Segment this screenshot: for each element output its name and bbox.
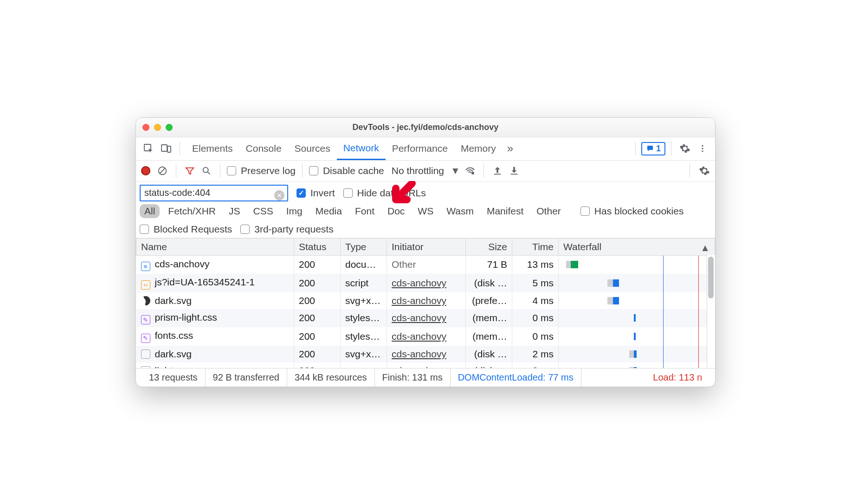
cell-name: ‹›js?id=UA-165345241-1 <box>136 274 294 292</box>
col-size[interactable]: Size <box>466 238 512 255</box>
divider <box>176 164 176 178</box>
filter-type-css[interactable]: CSS <box>249 204 278 218</box>
cell-size: (disk … <box>466 362 512 368</box>
status-requests: 13 requests <box>142 368 206 387</box>
col-time[interactable]: Time <box>512 238 559 255</box>
cell-initiator[interactable]: cds-anchovy <box>387 309 466 328</box>
blocked-requests-label: Blocked Requests <box>154 224 232 235</box>
device-toolbar-icon[interactable] <box>158 141 174 156</box>
cell-status: 200 <box>294 255 341 274</box>
cell-name: dark.svg <box>136 292 294 309</box>
filter-type-media[interactable]: Media <box>311 204 347 218</box>
cell-initiator[interactable]: cds-anchovy <box>387 274 466 292</box>
cell-time: 2 ms <box>512 362 559 368</box>
filter-row-3: Blocked Requests 3rd-party requests <box>136 221 715 238</box>
more-panels[interactable]: » <box>504 137 516 160</box>
cell-type: svg+x… <box>341 292 387 309</box>
blocked-requests-checkbox[interactable]: Blocked Requests <box>140 224 232 235</box>
col-status[interactable]: Status <box>294 238 341 255</box>
col-initiator[interactable]: Initiator <box>387 238 466 255</box>
clear-button[interactable] <box>155 164 169 178</box>
filter-type-img[interactable]: Img <box>282 204 307 218</box>
third-party-label: 3rd-party requests <box>254 224 333 235</box>
col-waterfall[interactable]: Waterfall ▲ <box>559 238 715 255</box>
filter-type-wasm[interactable]: Wasm <box>442 204 478 218</box>
filter-type-fetchxhr[interactable]: Fetch/XHR <box>163 204 220 218</box>
table-row[interactable]: light.svg 200 svg+x… cds-anchovy (disk …… <box>136 362 715 368</box>
settings-icon[interactable] <box>677 141 693 156</box>
cell-size: (prefe… <box>466 292 512 309</box>
tab-memory[interactable]: Memory <box>454 137 503 160</box>
clear-filter-icon[interactable]: ✕ <box>274 190 284 200</box>
divider <box>690 164 690 178</box>
third-party-checkbox[interactable]: 3rd-party requests <box>240 224 333 235</box>
document-icon: ≡ <box>141 262 150 271</box>
issues-badge[interactable]: 1 <box>641 142 665 155</box>
cell-waterfall <box>559 327 715 346</box>
filter-input[interactable] <box>140 185 288 201</box>
table-row[interactable]: ≡cds-anchovy 200 docu… Other 71 B 13 ms <box>136 255 715 274</box>
cell-type: docu… <box>341 255 387 274</box>
record-button[interactable] <box>139 164 153 178</box>
cell-size: (mem… <box>466 309 512 328</box>
filter-type-other[interactable]: Other <box>532 204 566 218</box>
cell-initiator[interactable]: cds-anchovy <box>387 292 466 309</box>
cell-waterfall <box>559 274 715 292</box>
has-blocked-cookies-checkbox[interactable]: Has blocked cookies <box>580 206 684 217</box>
table-row[interactable]: ✎fonts.css 200 styles… cds-anchovy (mem…… <box>136 327 715 346</box>
filter-type-manifest[interactable]: Manifest <box>482 204 528 218</box>
col-name[interactable]: Name <box>136 238 294 255</box>
invert-checkbox[interactable]: Invert <box>297 187 335 199</box>
table-row[interactable]: ✎prism-light.css 200 styles… cds-anchovy… <box>136 309 715 328</box>
svg-rect-9 <box>494 174 501 174</box>
upload-har-icon[interactable] <box>490 164 504 178</box>
filter-type-js[interactable]: JS <box>224 204 245 218</box>
kebab-menu-icon[interactable] <box>695 141 710 156</box>
hide-data-urls-checkbox[interactable]: Hide data URLs <box>343 187 426 199</box>
filter-row-1: ✕ Invert Hide data URLs <box>136 182 715 204</box>
tab-sources[interactable]: Sources <box>288 137 337 160</box>
issues-count: 1 <box>656 144 661 154</box>
cell-waterfall <box>559 362 715 368</box>
search-icon[interactable] <box>200 164 213 178</box>
tab-performance[interactable]: Performance <box>386 137 454 160</box>
tab-elements[interactable]: Elements <box>186 137 239 160</box>
window-title: DevTools - jec.fyi/demo/cds-anchovy <box>136 123 715 132</box>
table-row[interactable]: dark.svg 200 svg+x… cds-anchovy (disk … … <box>136 346 715 362</box>
filter-type-ws[interactable]: WS <box>413 204 438 218</box>
cell-name: dark.svg <box>136 346 294 362</box>
cell-name: light.svg <box>136 362 294 368</box>
cell-status: 200 <box>294 274 341 292</box>
network-conditions-icon[interactable] <box>463 164 477 178</box>
cell-status: 200 <box>294 327 341 346</box>
preserve-log-label: Preserve log <box>241 165 296 176</box>
disable-cache-checkbox[interactable]: Disable cache <box>309 165 384 176</box>
table-row[interactable]: dark.svg 200 svg+x… cds-anchovy (prefe… … <box>136 292 715 309</box>
preserve-log-checkbox[interactable]: Preserve log <box>227 165 296 176</box>
status-domcontentloaded: DOMContentLoaded: 77 ms <box>451 368 581 387</box>
divider <box>671 142 671 155</box>
filter-type-all[interactable]: All <box>140 204 160 218</box>
filter-type-font[interactable]: Font <box>350 204 379 218</box>
cell-initiator[interactable]: cds-anchovy <box>387 327 466 346</box>
cell-waterfall <box>559 346 715 362</box>
filter-type-doc[interactable]: Doc <box>383 204 409 218</box>
col-type[interactable]: Type <box>341 238 387 255</box>
divider <box>302 164 303 178</box>
cell-initiator[interactable]: cds-anchovy <box>387 362 466 368</box>
panel-tabs: ElementsConsoleSourcesNetworkPerformance… <box>136 137 715 161</box>
scrollbar-thumb[interactable] <box>708 257 714 298</box>
inspect-icon[interactable] <box>141 141 156 156</box>
col-waterfall-label: Waterfall <box>563 241 601 252</box>
tab-console[interactable]: Console <box>239 137 288 160</box>
table-row[interactable]: ‹›js?id=UA-165345241-1 200 script cds-an… <box>136 274 715 292</box>
filter-icon[interactable] <box>183 164 197 178</box>
svg-point-8 <box>471 172 474 174</box>
tab-network[interactable]: Network <box>337 137 386 160</box>
network-settings-icon[interactable] <box>696 163 712 179</box>
status-bar: 13 requests 92 B transferred 344 kB reso… <box>136 368 715 387</box>
throttling-select[interactable]: No throttling ▼ <box>392 165 460 176</box>
divider <box>484 164 484 178</box>
cell-initiator[interactable]: cds-anchovy <box>387 346 466 362</box>
download-har-icon[interactable] <box>507 164 521 178</box>
